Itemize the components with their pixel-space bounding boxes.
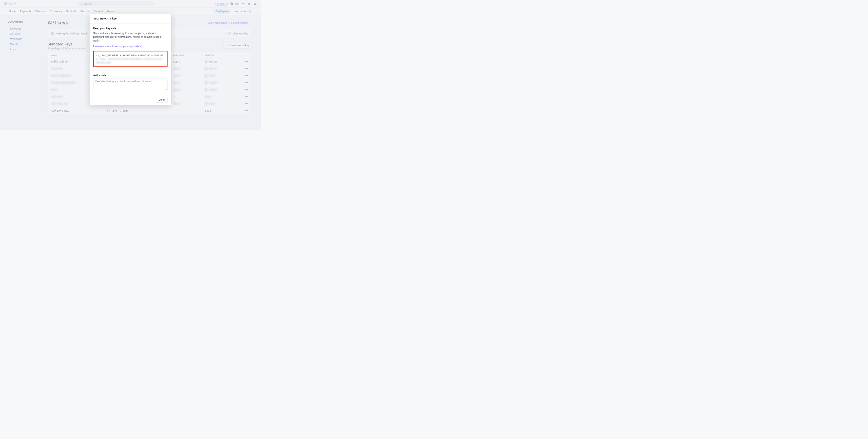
- keep-safe-text: Save and store this new key to a secure …: [93, 32, 167, 43]
- done-button[interactable]: Done: [156, 97, 167, 102]
- api-key-value: sk_live_51IVIEjFLyI702rKCMBMgodFFDs2TyIV…: [96, 54, 165, 57]
- new-api-key-modal: Your new API key Keep your key safe Save…: [89, 14, 171, 105]
- api-key-blurred: Br gBud cDSnOSaRGvPqPNFLaMkuDNSoU SbFuKJ…: [96, 57, 165, 65]
- modal-title: Your new API key: [89, 14, 171, 24]
- external-link-icon: [140, 45, 142, 47]
- note-textarea[interactable]: [93, 78, 167, 90]
- modal-backdrop[interactable]: Your new API key Keep your key safe Save…: [0, 0, 261, 130]
- keep-safe-title: Keep your key safe: [93, 27, 167, 30]
- note-title: Add a note: [93, 74, 167, 76]
- learn-more-keys-link[interactable]: Learn more about keeping your keys safe: [93, 45, 142, 48]
- api-key-display[interactable]: sk_live_51IVIEjFLyI702rKCMBMgodFFDs2TyIV…: [93, 51, 167, 67]
